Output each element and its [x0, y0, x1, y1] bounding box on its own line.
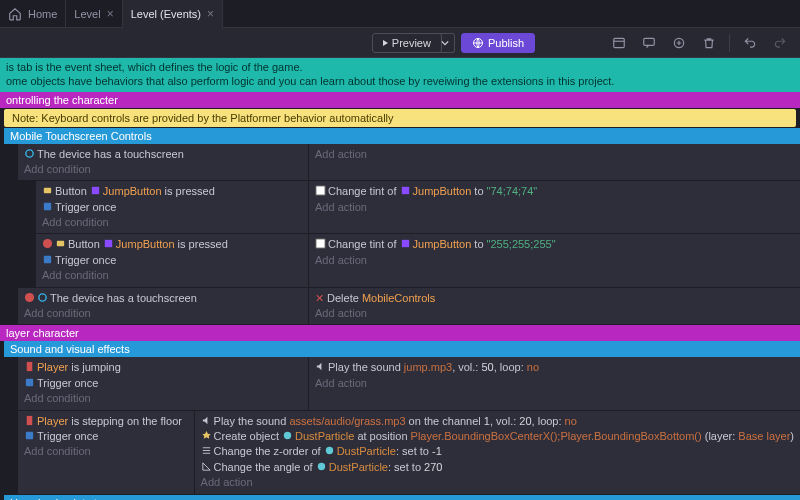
publish-button[interactable]: Publish [461, 33, 535, 53]
redo-icon[interactable] [768, 34, 792, 52]
svg-rect-7 [44, 203, 51, 210]
add-condition[interactable]: Add condition [42, 215, 302, 230]
add-condition[interactable]: Add condition [24, 162, 302, 177]
event-row[interactable]: Player is jumping Trigger once Add condi… [18, 357, 800, 409]
add-action[interactable]: Add action [201, 475, 794, 490]
add-action[interactable]: Add action [315, 253, 794, 268]
condition[interactable]: Trigger once [24, 376, 302, 391]
group-header[interactable]: ontrolling the character [0, 92, 800, 108]
touch-icon [24, 148, 35, 159]
play-icon [383, 40, 388, 46]
comment-icon[interactable] [637, 34, 661, 52]
home-icon [8, 7, 22, 21]
sound-icon [201, 415, 212, 426]
sprite-icon [400, 238, 411, 249]
angle-icon [201, 461, 212, 472]
player-icon [24, 415, 35, 426]
button-icon [42, 185, 53, 196]
condition[interactable]: Player is stepping on the floor [24, 414, 188, 429]
action[interactable]: Create object DustParticle at position P… [201, 429, 794, 444]
conditions: Player is stepping on the floor Trigger … [18, 411, 194, 494]
sprite-icon [103, 238, 114, 249]
actions: ✕ Delete MobileControls Add action [308, 288, 800, 325]
condition[interactable]: Trigger once [42, 200, 302, 215]
button-label: Preview [392, 37, 431, 49]
delete-icon[interactable] [697, 34, 721, 52]
add-condition[interactable]: Add condition [42, 268, 302, 283]
svg-point-16 [25, 293, 34, 302]
event-row[interactable]: The device has a touchscreen Add conditi… [18, 288, 800, 325]
svg-point-10 [43, 239, 52, 248]
panel-icon[interactable] [607, 34, 631, 52]
actions: Play the sound jump.mp3, vol.: 50, loop:… [308, 357, 800, 409]
section-header[interactable]: Use checkpoints to save progress [4, 495, 800, 500]
event-row[interactable]: Button JumpButton is pressed Trigger onc… [36, 234, 800, 286]
tab-home[interactable]: Home [0, 0, 66, 28]
intro-line: ome objects have behaviors that also per… [6, 75, 794, 89]
dust-icon [324, 445, 335, 456]
condition[interactable]: The device has a touchscreen [24, 147, 302, 162]
event-row[interactable]: Button JumpButton is pressed Trigger onc… [36, 181, 800, 233]
add-action[interactable]: Add action [315, 376, 794, 391]
action[interactable]: Change tint of JumpButton to "74;74;74" [315, 184, 794, 199]
action[interactable]: Play the sound assets/audio/grass.mp3 on… [201, 414, 794, 429]
svg-rect-6 [92, 187, 99, 194]
svg-rect-11 [57, 241, 64, 247]
section-header[interactable]: Mobile Touchscreen Controls [4, 128, 800, 144]
group-header[interactable]: layer character [0, 325, 800, 341]
tab-level-events[interactable]: Level (Events) × [123, 0, 223, 28]
condition[interactable]: Trigger once [42, 253, 302, 268]
conditions: The device has a touchscreen Add conditi… [18, 288, 308, 325]
condition[interactable]: The device has a touchscreen [24, 291, 302, 306]
actions: Add action [308, 144, 800, 181]
trigger-icon [42, 201, 53, 212]
undo-icon[interactable] [738, 34, 762, 52]
condition[interactable]: Player is jumping [24, 360, 302, 375]
svg-rect-8 [316, 186, 325, 195]
add-action[interactable]: Add action [315, 200, 794, 215]
action[interactable]: ✕ Delete MobileControls [315, 291, 794, 306]
svg-rect-5 [44, 188, 51, 194]
sprite-icon [90, 185, 101, 196]
action[interactable]: Change tint of JumpButton to "255;255;25… [315, 237, 794, 252]
event-sheet: is tab is the event sheet, which defines… [0, 58, 800, 500]
svg-point-22 [284, 432, 291, 439]
add-condition[interactable]: Add condition [24, 444, 188, 459]
svg-point-17 [39, 293, 46, 300]
action[interactable]: Change the z-order of DustParticle: set … [201, 444, 794, 459]
actions: Play the sound assets/audio/grass.mp3 on… [194, 411, 800, 494]
player-icon [24, 361, 35, 372]
condition[interactable]: Button JumpButton is pressed [42, 237, 302, 252]
svg-rect-9 [401, 187, 408, 194]
condition[interactable]: Trigger once [24, 429, 188, 444]
separator [729, 34, 730, 52]
event-row[interactable]: Player is stepping on the floor Trigger … [18, 411, 800, 494]
add-action[interactable]: Add action [315, 306, 794, 321]
intro-line: is tab is the event sheet, which defines… [6, 61, 794, 75]
section-header[interactable]: Sound and visual effects [4, 341, 800, 357]
sound-icon [315, 361, 326, 372]
action[interactable]: Change the angle of DustParticle: set to… [201, 460, 794, 475]
actions: Change tint of JumpButton to "255;255;25… [308, 234, 800, 286]
sprite-icon [400, 185, 411, 196]
svg-rect-19 [26, 379, 33, 386]
button-label: Publish [488, 37, 524, 49]
add-condition[interactable]: Add condition [24, 391, 302, 406]
add-condition[interactable]: Add condition [24, 306, 302, 321]
note: Note: Keyboard controls are provided by … [4, 109, 796, 127]
add-icon[interactable] [667, 34, 691, 52]
dust-icon [282, 430, 293, 441]
close-icon[interactable]: × [107, 7, 114, 21]
conditions: Player is jumping Trigger once Add condi… [18, 357, 308, 409]
globe-icon [472, 37, 484, 49]
actions: Change tint of JumpButton to "74;74;74" … [308, 181, 800, 233]
add-action[interactable]: Add action [315, 147, 794, 162]
preview-caret[interactable] [436, 33, 455, 53]
close-icon[interactable]: × [207, 7, 214, 21]
action[interactable]: Play the sound jump.mp3, vol.: 50, loop:… [315, 360, 794, 375]
event-row[interactable]: The device has a touchscreen Add conditi… [18, 144, 800, 181]
preview-button[interactable]: Preview [372, 33, 442, 53]
tab-level[interactable]: Level × [66, 0, 122, 28]
condition[interactable]: Button JumpButton is pressed [42, 184, 302, 199]
tab-label: Home [28, 8, 57, 20]
